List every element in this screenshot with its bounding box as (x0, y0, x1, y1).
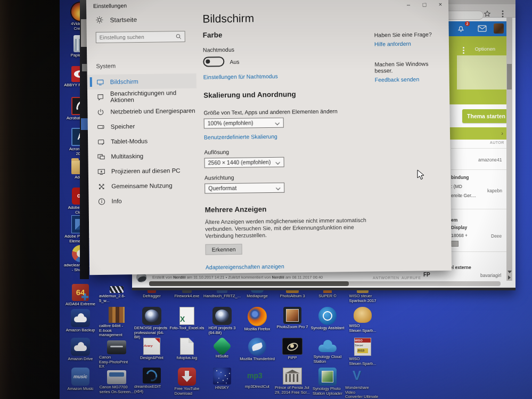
mail-icon[interactable] (478, 25, 487, 32)
topic-title-fragment[interactable]: el externe (450, 265, 471, 270)
desktop-shortcut[interactable]: Synology Assistant (310, 307, 345, 340)
desktop-shortcut[interactable]: music Amazon Music (64, 368, 97, 392)
sidebar-item-label: Bildschirm (110, 78, 138, 85)
mouse-cursor (417, 169, 425, 181)
topic-title-fragment[interactable]: bindung (451, 175, 469, 180)
desktop-shortcut[interactable]: PIPP (275, 338, 310, 369)
sidebar-item-label: Info (111, 198, 121, 204)
desktop-shortcut[interactable]: WISOSteuer2015WISO Steuer-Sparb... (345, 338, 380, 369)
orientation-dropdown[interactable]: Querformat (204, 183, 284, 194)
scale-dropdown[interactable]: 100% (empfohlen) (204, 118, 284, 129)
multi-display-text: Ältere Anzeigen werden möglicherweise ni… (205, 217, 371, 240)
topic-title-fragment[interactable]: em (451, 217, 457, 223)
desktop-grid-row: Canon MG7700 series On-Screen... dreambo… (99, 368, 380, 399)
sidebar-item-info[interactable]: Info (88, 193, 198, 209)
sidebar-item-bildschirm[interactable]: Bildschirm (87, 74, 197, 90)
topic-author[interactable]: amazone41 (478, 157, 502, 162)
desktop-shortcut[interactable]: 64 AIDA64 Extreme (64, 284, 97, 307)
minimize-button[interactable]: – (405, 2, 412, 8)
scroll-right-arrow-icon[interactable] (508, 275, 511, 280)
desktop-shortcut[interactable]: Amazon Backup (64, 309, 97, 333)
desktop-shortcut[interactable]: fotoplus.log (169, 338, 204, 369)
sidebar-item-multitasking[interactable]: Multitasking (88, 148, 197, 165)
browser-menu-icon[interactable] (502, 10, 504, 18)
desktop-icon-label: Design&Print (140, 356, 163, 361)
sidebar-item-gemeinsame-nutzung[interactable]: Gemeinsame Nutzung (88, 178, 198, 194)
desktop-shortcut[interactable]: dreamboxEDIT (x64) (134, 368, 169, 399)
settings-search-box[interactable] (96, 31, 185, 43)
topic-author[interactable]: bavariagirl (480, 273, 501, 278)
options-button[interactable]: Optionen (474, 46, 495, 52)
window-fragment (82, 64, 87, 71)
desktop-shortcut[interactable]: HNSKY (204, 368, 240, 399)
notifications-bell-icon[interactable] (456, 24, 465, 33)
canon-easyphotoprint-icon (107, 340, 126, 354)
mp3directcut-icon: mp3 (247, 368, 267, 384)
night-mode-settings-link[interactable]: Einstellungen für Nachtmodus (203, 71, 384, 80)
pipp-icon (282, 338, 302, 355)
sidebar-item-projizieren[interactable]: Projizieren auf diesen PC (88, 163, 198, 180)
desktop-shortcut[interactable]: AveryDesign&Print (134, 338, 169, 369)
desktop-shortcut[interactable]: HiSuite (204, 338, 240, 369)
sidebar-item-benachrichtigungen[interactable]: Benachrichtigungen und Aktionen (87, 88, 197, 105)
search-input[interactable] (96, 34, 175, 40)
desktop-icon-label: HNSKY (215, 386, 229, 390)
topic-author[interactable]: kapebn (487, 188, 502, 193)
search-icon[interactable] (175, 33, 182, 40)
desktop-icon-label: PIPP (288, 356, 297, 361)
fp-label: FP (423, 272, 430, 278)
sidebar-item-tablet-modus[interactable]: Tablet-Modus (88, 133, 197, 150)
desktop-shortcut[interactable]: WISO Steuer-Sparb... (345, 307, 380, 340)
topic-author[interactable]: Deee (491, 233, 502, 239)
desktop-icon-label: Amazon Backup (64, 328, 97, 333)
avidemux-icon (110, 286, 124, 293)
sidebar-item-label: Projizieren auf diesen PC (111, 167, 181, 175)
excel-file-icon: X (179, 307, 194, 325)
desktop-shortcut[interactable]: XFoto-Tool_Excel.xls (169, 307, 204, 340)
desktop-shortcut[interactable]: Mozilla Firefox (240, 307, 275, 340)
adapter-properties-link[interactable]: Adaptereigenschaften anzeigen (206, 262, 387, 270)
desktop-shortcut[interactable]: Free YouTube Download (169, 368, 204, 399)
desktop-shortcut[interactable]: HDR projects 3 (64-Bit) (204, 307, 240, 340)
horizontal-scrollbar[interactable] (149, 281, 501, 286)
scroll-down-arrow-icon[interactable] (508, 271, 512, 273)
sidebar-item-speicher[interactable]: Speicher (88, 118, 197, 135)
options-dots-icon (463, 47, 464, 48)
vertical-scrollbar[interactable] (506, 17, 512, 281)
desktop-shortcut[interactable]: Synology Cloud Station (310, 338, 345, 369)
close-button[interactable]: × (437, 1, 444, 7)
desktop-shortcut[interactable]: Canon Easy-PhotoPrint EX (99, 338, 134, 369)
desktop-icon-label: Amazon Music (64, 387, 97, 392)
desktop-shortcut[interactable]: avidemux_2.6-5_w... (99, 286, 134, 303)
desktop-shortcut[interactable]: Synology Photo Station Uploader (310, 368, 345, 399)
resolution-dropdown[interactable]: 2560 × 1440 (empfohlen) (204, 157, 284, 168)
desktop-shortcut[interactable]: Amazon Drive (64, 338, 97, 362)
scrollbar-thumb[interactable] (149, 281, 349, 286)
maximize-button[interactable]: □ (421, 1, 428, 7)
start-topic-button[interactable]: Thema starten (462, 109, 510, 123)
scrollbar-thumb[interactable] (507, 64, 512, 89)
bookmark-star-icon[interactable] (484, 10, 491, 18)
desktop-shortcut[interactable]: calibre 64bit - E-book management (99, 307, 134, 340)
get-help-link[interactable]: Hilfe anfordern (374, 40, 447, 47)
custom-scaling-link[interactable]: Benutzerdefinierte Skalierung (204, 132, 385, 140)
detect-button[interactable]: Erkennen (206, 244, 242, 255)
desktop-shortcut[interactable]: Prince of Persia Jul 29, 2014 Free Scr..… (275, 368, 310, 399)
canon-manual-icon (107, 370, 126, 384)
feedback-link[interactable]: Feedback senden (375, 76, 447, 83)
desktop-shortcut[interactable]: VWondershare Video Converter Ultimate (345, 368, 380, 399)
desktop-grid-row: Canon Easy-PhotoPrint EX AveryDesign&Pri… (99, 338, 380, 369)
sidebar-item-label: Netzbetrieb und Energiesparen (110, 108, 195, 115)
sidebar-item-netzbetrieb[interactable]: Netzbetrieb und Energiesparen (87, 103, 197, 120)
desktop-shortcut[interactable]: DENOISE projects professional (64-Bit) (134, 307, 169, 340)
desktop-shortcut[interactable]: PhotoZoom Pro 7 (275, 307, 310, 340)
night-mode-toggle[interactable] (203, 56, 224, 67)
topic-meta-text: Erstellt von Nerdiii am 31.10.2017 14:21… (152, 275, 323, 280)
desktop-shortcut[interactable]: mp3mp3DirectCut (240, 368, 275, 399)
sidebar-item-startseite[interactable]: Startseite (95, 15, 137, 24)
desktop-icon-label: PhotoAlbum 3 (280, 294, 305, 299)
user-avatar[interactable] (494, 23, 504, 34)
display-icon (96, 78, 104, 86)
desktop-shortcut[interactable]: Canon MG7700 series On-Screen... (99, 368, 134, 399)
desktop-shortcut[interactable]: Mozilla Thunderbird (240, 338, 275, 369)
